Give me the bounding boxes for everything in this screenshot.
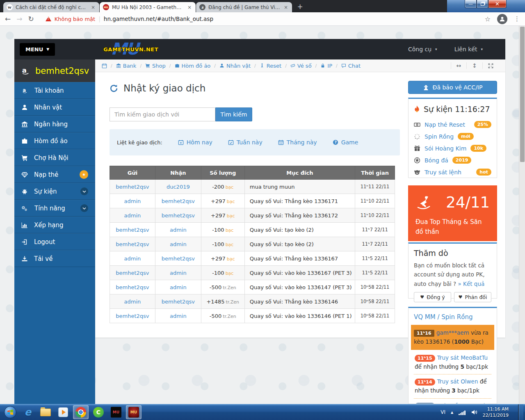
bookmark-star-icon[interactable]: ☆: [485, 15, 491, 23]
tab-close-icon[interactable]: ×: [187, 5, 192, 10]
event-item-nap-the-reset[interactable]: 1 Nạp thẻ Reset 25%: [414, 119, 491, 130]
sidebar-item-logout[interactable]: Logout: [14, 233, 95, 250]
tab-close-icon[interactable]: ×: [90, 5, 96, 10]
feed-user-link[interactable]: Truy sát MeoBatTu: [437, 354, 488, 361]
taskbar-ie-button[interactable]: e: [20, 405, 36, 419]
sender-link[interactable]: bemhet2qsv: [116, 241, 149, 247]
search-input[interactable]: [110, 107, 215, 121]
browser-tab-3[interactable]: s Đăng chủ đề | Game thủ Việt Nam ×: [196, 2, 292, 12]
receiver-link[interactable]: admin: [170, 241, 187, 247]
taskbar-clock[interactable]: 11:16 AM 22/11/2019: [483, 406, 509, 419]
taskbar-chrome-button[interactable]: [73, 405, 89, 419]
sender-link[interactable]: bemhet2qsv: [116, 313, 149, 319]
resize-horizontal-icon[interactable]: ↔: [451, 62, 467, 69]
receiver-link[interactable]: bemhet2qsv: [162, 212, 195, 219]
sidebar-item-hom-do-ao[interactable]: Hòm đồ ảo: [14, 132, 95, 149]
sender-link[interactable]: admin: [124, 198, 141, 204]
window-maximize-button[interactable]: [477, 0, 488, 8]
taskbar-media-player-button[interactable]: [55, 405, 71, 419]
poll-agree-button[interactable]: ♥Đồng ý: [414, 292, 451, 302]
reload-button-icon[interactable]: ↻: [28, 15, 34, 23]
sidebar-item-nap-the[interactable]: Nạp thẻ ★: [14, 166, 95, 183]
refresh-icon[interactable]: [110, 84, 118, 93]
new-tab-button[interactable]: +: [295, 1, 305, 11]
event-item-bong-da[interactable]: Bóng đá 2019: [414, 154, 491, 166]
breadcrumb-chat[interactable]: Chat: [341, 63, 361, 69]
start-button[interactable]: [2, 405, 18, 419]
sidebar-item-tai-khoan[interactable]: a Tài khoản: [14, 82, 95, 99]
page-scrollbar[interactable]: [519, 26, 525, 404]
breadcrumb-nhan-vat[interactable]: Nhân vật: [219, 63, 251, 69]
protect-acc-ip-button[interactable]: Đã bảo vệ ACC/IP: [408, 81, 497, 94]
breadcrumb-hom-do-ao[interactable]: Hòm đồ ảo: [175, 63, 211, 69]
profile-avatar-icon[interactable]: [497, 14, 507, 24]
forward-button-icon[interactable]: →: [16, 15, 22, 23]
sender-link[interactable]: admin: [124, 299, 141, 305]
feed-user-link[interactable]: gam***aem: [436, 329, 469, 336]
security-warning-icon[interactable]: [46, 16, 51, 21]
sidebar-item-nhan-vat[interactable]: Nhân vật: [14, 99, 95, 116]
security-warning-label[interactable]: Không bảo mật: [55, 16, 95, 22]
back-button-icon[interactable]: ←: [5, 15, 11, 23]
sender-link[interactable]: admin: [124, 212, 141, 219]
taskbar-mu-game-button[interactable]: MU: [126, 405, 142, 419]
filter-this-week[interactable]: Tuần này: [228, 139, 262, 146]
menu-button[interactable]: MENU▼: [20, 43, 55, 56]
resize-vertical-icon[interactable]: ↕: [466, 62, 482, 69]
receiver-link[interactable]: bemhet2qsv: [162, 198, 195, 204]
receiver-link[interactable]: admin: [170, 270, 187, 276]
show-desktop-button[interactable]: [518, 404, 523, 420]
receiver-link[interactable]: admin: [170, 227, 187, 233]
window-minimize-button[interactable]: —: [465, 0, 477, 8]
sidebar-item-tinh-nang[interactable]: ⚙⚙ Tính năng: [14, 200, 95, 217]
feed-title-link[interactable]: VQ MM / Spin Rồng: [414, 313, 491, 321]
sidebar-item-ngan-hang[interactable]: Ngân hàng: [14, 116, 95, 132]
browser-tab-1[interactable]: W Cách cài đặt chế độ nghỉ cho má ×: [3, 2, 99, 12]
filter-this-month[interactable]: Tháng này: [278, 139, 317, 146]
breadcrumb-bank[interactable]: Bank: [116, 63, 137, 69]
url-text[interactable]: hn.gamethuvn.net/#auth/Bank_out.asp: [104, 16, 213, 22]
speaker-icon[interactable]: [471, 409, 477, 415]
sender-link[interactable]: bemhet2qsv: [116, 270, 149, 276]
breadcrumb-shop[interactable]: Shop: [145, 63, 166, 69]
breadcrumb-home[interactable]: [102, 63, 107, 68]
site-logo[interactable]: MU GAMETHUVN.NET: [103, 41, 157, 57]
browser-menu-icon[interactable]: ⋮: [514, 15, 520, 23]
sidebar-item-xep-hang[interactable]: Xếp hạng: [14, 217, 95, 233]
feed-user-link[interactable]: Truy sát Olwen: [437, 378, 478, 385]
tray-expand-icon[interactable]: ▲: [451, 411, 453, 414]
poll-disagree-button[interactable]: ♥Phản đối: [454, 292, 491, 302]
fullscreen-icon[interactable]: [482, 62, 499, 69]
sender-link[interactable]: bemhet2qsv: [116, 184, 149, 190]
taskbar-explorer-button[interactable]: [38, 405, 53, 419]
window-close-button[interactable]: ✕: [488, 0, 507, 8]
event-item-truy-sat-lenh[interactable]: Truy sát lệnh hot: [414, 166, 491, 178]
taskbar-mu-launcher-button[interactable]: MU: [108, 405, 124, 419]
sender-link[interactable]: admin: [124, 256, 141, 262]
receiver-link[interactable]: admin: [170, 313, 187, 319]
sender-link[interactable]: bemhet2qsv: [116, 227, 149, 233]
links-dropdown[interactable]: Liên kết▾: [454, 46, 483, 52]
tab-close-icon[interactable]: ×: [283, 5, 289, 10]
poll-results-link[interactable]: » Kết quả: [458, 281, 485, 287]
sidebar-item-tai-ve[interactable]: Tải về: [14, 250, 95, 267]
receiver-link[interactable]: admin: [170, 284, 187, 290]
tools-dropdown[interactable]: Công cụ▾: [408, 46, 437, 52]
breadcrumb-reset[interactable]: Reset: [260, 63, 281, 69]
filter-today[interactable]: Hôm nay: [178, 139, 212, 146]
breadcrumb-ve-so[interactable]: Vé số: [290, 63, 312, 69]
language-indicator[interactable]: VI: [441, 409, 445, 415]
scrollbar-thumb[interactable]: [520, 27, 525, 162]
receiver-link[interactable]: duc2019: [167, 184, 190, 190]
event-item-soi-hoang-kim[interactable]: Sói Hoàng Kim 10k: [414, 142, 491, 154]
taskbar-coccoc-button[interactable]: C: [91, 405, 106, 419]
receiver-link[interactable]: bemhet2qsv: [162, 299, 195, 305]
event-item-spin-rong[interactable]: Spin Rồng mới: [414, 130, 491, 142]
breadcrumb-ip[interactable]: IP: [320, 63, 332, 69]
receiver-link[interactable]: bemhet2qsv: [162, 256, 195, 262]
sender-link[interactable]: bemhet2qsv: [116, 284, 149, 290]
network-signal-icon[interactable]: [459, 410, 466, 415]
sidebar-item-su-kien[interactable]: Sự kiện: [14, 183, 95, 200]
filter-game[interactable]: ?Game: [333, 139, 358, 146]
browser-tab-2-active[interactable]: MU MU Hà Nội 2003 - GamethuVN.n ×: [100, 2, 196, 12]
